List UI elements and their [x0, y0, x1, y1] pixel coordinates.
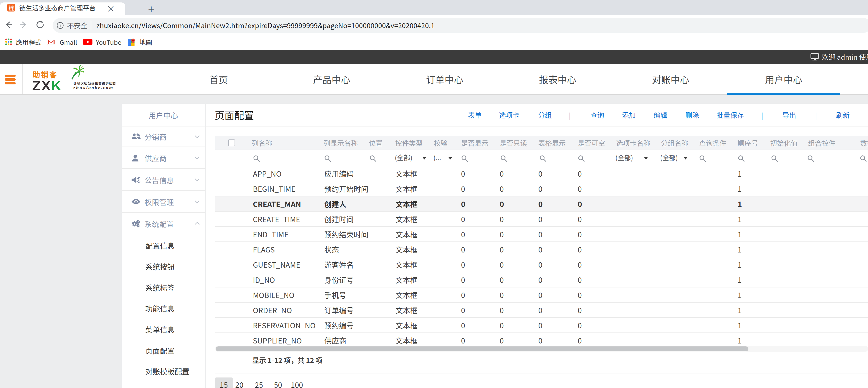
welcome-bar	[0, 50, 868, 64]
browser-tabstrip	[0, 0, 868, 15]
logo: 助销客	[33, 70, 58, 78]
sidebar: 用户中心 分销商 供应商 公告信息 权限管理 系统配置 配置信息 系统按钮 系统…	[122, 104, 205, 388]
page: 链 链生活多业态商户管理平台 × + 不安全 zhuxiaoke.cn/View…	[0, 0, 868, 388]
h-scrollbar	[216, 347, 748, 351]
